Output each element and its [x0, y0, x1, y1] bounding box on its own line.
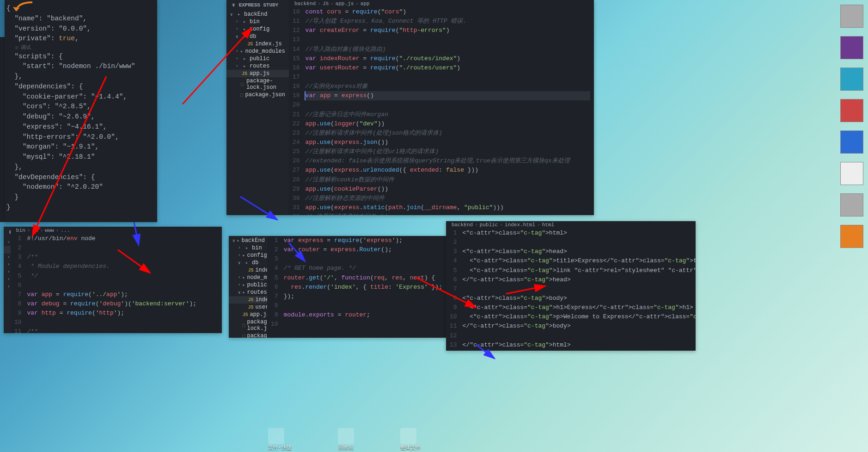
- tree-item[interactable]: ›▸routes: [4, 283, 11, 291]
- tree-label: public: [247, 282, 267, 288]
- chevron-icon: ›: [238, 246, 242, 250]
- desktop-icons: [840, 5, 863, 248]
- chevron-icon: ›: [7, 255, 10, 260]
- tree-item[interactable]: ›▸public: [4, 276, 11, 283]
- desktop-icon[interactable]: [840, 68, 863, 91]
- breadcrumb-item[interactable]: JS: [323, 1, 329, 6]
- tree-item[interactable]: JSapp.js: [4, 291, 11, 298]
- chevron-icon: [238, 334, 240, 338]
- tree-item[interactable]: ›▸bin: [229, 244, 267, 252]
- chevron-icon: ›: [238, 275, 240, 280]
- breadcrumb-item[interactable]: app: [361, 1, 370, 6]
- tree-item[interactable]: ›▸db: [4, 261, 11, 268]
- breadcrumb-item[interactable]: JS: [32, 228, 38, 233]
- tree-item[interactable]: JSwww: [4, 246, 11, 254]
- js-file-icon: JS: [242, 311, 248, 318]
- breadcrumb-item[interactable]: backEnd: [452, 222, 473, 228]
- tree-item[interactable]: ∨▸db: [226, 33, 289, 40]
- breadcrumb-item[interactable]: www: [45, 228, 54, 233]
- code-app-js[interactable]: const cors = require("cors")//导入创建 Expre…: [306, 7, 594, 215]
- taskbar-label: 整体文件: [400, 444, 421, 451]
- tree-item[interactable]: ⬚package.json: [226, 91, 289, 99]
- chevron-icon: ›: [7, 277, 10, 282]
- tree-item[interactable]: ›▸bin: [226, 18, 289, 25]
- panel-package-json: { "name": "backend", "version": "0.0.0",…: [5, 0, 157, 222]
- code-www[interactable]: #!/usr/bin/env node /** * Module depende…: [27, 234, 222, 333]
- tree-item[interactable]: ⬚package.json: [4, 312, 11, 319]
- tree-item[interactable]: ⬚package-lock.json: [4, 298, 11, 312]
- desktop-icon[interactable]: [840, 99, 863, 122]
- breadcrumb-html[interactable]: backEnd › public › index.html › html: [446, 221, 696, 229]
- tree-item[interactable]: ⬚package-lock.json: [229, 318, 267, 332]
- tree-item[interactable]: JSapp.js: [229, 311, 267, 318]
- breadcrumb-item[interactable]: html: [542, 222, 554, 228]
- tree-item[interactable]: ›▸node_modules: [226, 48, 289, 55]
- tree-item[interactable]: ›▸config: [229, 252, 267, 259]
- panel-bin-www: BACKEND 📄 📁 ↻ ⊟ ›▸bin JSwww›▸config›▸db›…: [4, 227, 222, 333]
- tree-item[interactable]: ›▸node_modules: [229, 274, 267, 281]
- tree-item[interactable]: JSindex.js: [229, 266, 267, 274]
- tree-label: package-lock.json: [246, 78, 285, 91]
- explorer-header: ∨ EXPRESS STUDY: [226, 0, 289, 10]
- folder-icon: ▸: [241, 56, 248, 62]
- chevron-icon: ∨: [236, 34, 239, 39]
- debug-hint[interactable]: ▷ 调试: [6, 44, 152, 52]
- panel-routes-index: ∨▸backEnd›▸bin›▸config∨▸db JSindex.js›▸n…: [229, 236, 446, 338]
- breadcrumb-item[interactable]: bin: [16, 228, 25, 233]
- tree-item[interactable]: ›▸routes: [226, 62, 289, 70]
- code-index-html[interactable]: <"c-attr">class="c-tag">html> <"c-attr">…: [463, 229, 696, 351]
- tree-label: backEnd: [241, 237, 264, 244]
- breadcrumb-www[interactable]: bin › JS › www › ...: [11, 227, 222, 234]
- desktop-icon[interactable]: [840, 130, 863, 154]
- tree-item[interactable]: ∨▸backEnd: [226, 11, 289, 18]
- chevron-right-icon: ›: [500, 222, 503, 228]
- taskbar-icon[interactable]: [268, 428, 284, 444]
- breadcrumb-item[interactable]: index.html: [505, 222, 535, 228]
- desktop-icon[interactable]: [840, 36, 863, 59]
- file-tree-appjs[interactable]: ∨▸backEnd›▸bin›▸config∨▸db JSindex.js›▸n…: [226, 10, 289, 99]
- tree-item[interactable]: ›▸public: [226, 55, 289, 62]
- breadcrumb-item[interactable]: public: [480, 222, 498, 228]
- folder-icon: ▸: [242, 282, 245, 288]
- breadcrumb-item[interactable]: backEnd: [294, 1, 316, 6]
- taskbar-icon[interactable]: [400, 428, 416, 444]
- code-routes-index[interactable]: var express = require('express');var rou…: [284, 236, 446, 329]
- breadcrumb-item[interactable]: ...: [61, 228, 70, 233]
- chevron-down-icon: ∨: [232, 2, 235, 8]
- tree-item[interactable]: ∨▸backEnd: [229, 237, 267, 244]
- tree-item[interactable]: JSusers.js: [229, 303, 267, 311]
- tree-item[interactable]: ⬚package.json: [229, 332, 267, 338]
- folder-icon: ▸: [242, 289, 245, 296]
- folder-icon: ▸: [242, 274, 245, 281]
- tree-label: routes: [250, 63, 269, 69]
- tree-item[interactable]: ∨▸db: [229, 259, 267, 266]
- chevron-icon: ∨: [230, 12, 234, 17]
- panel-index-html: ∨ EXPRESS STUDY 📄 ↻ ⊟ ∨▸backEnd›▸bin›▸co…: [446, 221, 696, 351]
- desktop-icon[interactable]: [840, 225, 863, 248]
- js-file-icon: JS: [248, 297, 253, 303]
- tree-item[interactable]: ∨▸routes: [229, 289, 267, 296]
- tree-item[interactable]: JSapp.js: [226, 70, 289, 77]
- chevron-icon: ›: [7, 262, 10, 267]
- chevron-icon: [238, 323, 240, 328]
- chevron-icon: [236, 82, 238, 87]
- tree-item[interactable]: JSindex.js: [229, 296, 267, 303]
- desktop-icon[interactable]: [840, 162, 863, 185]
- taskbar-icon[interactable]: [338, 428, 354, 444]
- desktop-icon[interactable]: [840, 193, 863, 217]
- tree-item[interactable]: ›▸config: [226, 25, 289, 33]
- tree-item[interactable]: ›▸public: [229, 281, 267, 289]
- tree-item[interactable]: ›▸bin: [4, 239, 11, 246]
- breadcrumb-item[interactable]: app.js: [336, 1, 354, 6]
- chevron-icon: [238, 312, 240, 317]
- tree-item[interactable]: ⬚package-lock.json: [226, 77, 289, 91]
- file-tree-routes[interactable]: ∨▸backEnd›▸bin›▸config∨▸db JSindex.js›▸n…: [229, 236, 267, 338]
- desktop-icon[interactable]: [840, 5, 863, 28]
- tree-label: backEnd: [244, 11, 267, 18]
- file-tree-www[interactable]: ›▸bin JSwww›▸config›▸db›▸node_modules›▸p…: [4, 238, 11, 320]
- tree-item[interactable]: ›▸config: [4, 254, 11, 261]
- chevron-icon: [244, 268, 246, 272]
- tree-item[interactable]: ›▸node_modules: [4, 268, 11, 276]
- breadcrumb-appjs[interactable]: backEnd › JS › app.js › app: [289, 0, 594, 7]
- tree-item[interactable]: JSindex.js: [226, 40, 289, 48]
